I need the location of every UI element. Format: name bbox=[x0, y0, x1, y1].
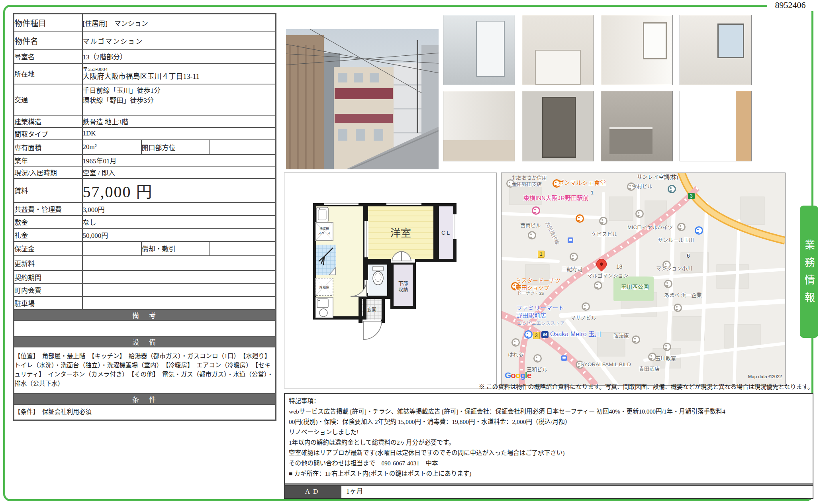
table-row: 交通 千日前線「玉川」徒歩1分 環状線「野田」徒歩3分 bbox=[14, 84, 276, 115]
table-row: 契約期間 bbox=[14, 271, 276, 284]
note-line: ■ カギ所在：1F右上ポスト内(ポストの鍵はポストの上にあります) bbox=[289, 469, 809, 479]
row-label: 契約期間 bbox=[14, 271, 82, 284]
map-copyright: Map data ©2022 bbox=[748, 374, 782, 379]
row-label: 交通 bbox=[14, 84, 82, 115]
map-label-park: 玉川西公園 bbox=[621, 284, 649, 291]
map-label-mister-donut: ミスタードーナツ 野田ショップ bbox=[516, 277, 564, 291]
map-label-block6: 6 bbox=[687, 253, 690, 260]
exterior-photo bbox=[286, 29, 439, 169]
row-label: 専有面積 bbox=[14, 140, 82, 155]
map-label-koboan: 弘法庵 bbox=[613, 333, 629, 339]
map-pin bbox=[668, 185, 676, 193]
map-label-shinkin: 北おおさか信用金庫野田支店 bbox=[512, 175, 550, 188]
row-value-2 bbox=[209, 241, 276, 256]
row-value: 〒553-0004 大阪府大阪市福島区玉川４丁目13-11 bbox=[82, 63, 276, 84]
map-label-kebisu: ケビスビル bbox=[592, 231, 617, 237]
map-label-metro: Osaka Metro 玉川 bbox=[550, 330, 601, 338]
row-value: 3,000円 bbox=[82, 202, 276, 216]
row-label: 現況/入居時期 bbox=[14, 166, 82, 178]
map-label-route1: 1 bbox=[591, 190, 594, 196]
map-pin bbox=[677, 223, 686, 231]
note-line: 00円(税別)・保険：保険要加入 2年契約 15,000円・消毒費：19,800… bbox=[289, 417, 809, 427]
map-pin bbox=[533, 354, 542, 363]
map-label-masano: マサノビル bbox=[570, 315, 596, 321]
map-pin bbox=[632, 335, 640, 344]
row-value-2 bbox=[209, 140, 276, 155]
traffic-line-2: 環状線「野田」徒歩3分 bbox=[83, 96, 276, 106]
map-label-block13: 13 bbox=[616, 263, 623, 271]
row-label: 保証金 bbox=[14, 241, 82, 256]
map-pin bbox=[599, 217, 607, 225]
row-value: 空室 / 即入 bbox=[82, 166, 276, 178]
map-pin bbox=[635, 210, 644, 218]
floor-plan: 洋室 CL 下部 収納 玄関 洗濯機 スペース 冷蔵庫 bbox=[284, 173, 497, 388]
transit-pin-icon bbox=[524, 330, 533, 339]
row-label: 賃料 bbox=[14, 178, 82, 202]
table-row: 所在地 〒553-0004 大阪府大阪市福島区玉川４丁目13-11 bbox=[14, 63, 276, 84]
map-label-marugo: マルゴマンション bbox=[587, 273, 629, 279]
map-pin bbox=[594, 281, 602, 290]
map-label-ponmarche: ポンマルシェ食堂 bbox=[558, 179, 606, 187]
google-logo: Google bbox=[505, 371, 531, 380]
photo-thumbnail-2 bbox=[522, 15, 594, 85]
row-label-2: 開口部方位 bbox=[141, 140, 209, 155]
row-value bbox=[82, 271, 276, 284]
table-row: 更新料 bbox=[14, 256, 276, 271]
row-label: 更新料 bbox=[14, 256, 82, 271]
table-row: 専有面積 20m² 開口部方位 bbox=[14, 140, 276, 155]
row-value bbox=[82, 284, 276, 296]
map-label-familymart-sub: コンビニエンスストア bbox=[517, 321, 565, 327]
special-notes-text: 特記事項： webサービス広告掲載 [許可]・チラシ、雑誌等掲載広告 [許可]・… bbox=[285, 394, 813, 481]
conditions-body: 【条件】 保証会社利用必須 bbox=[14, 404, 276, 420]
table-row: 築年 1965年01月 bbox=[14, 155, 276, 166]
shopping-pin-icon bbox=[695, 226, 703, 235]
ad-row: AD 1ヶ月 bbox=[285, 485, 813, 498]
fridge-label: 冷蔵庫 bbox=[319, 285, 329, 289]
stop-badge: 1 bbox=[538, 251, 545, 258]
row-label: 築年 bbox=[14, 155, 82, 166]
table-row: 賃料 57,000 円 bbox=[14, 178, 276, 202]
table-row: 現況/入居時期 空室 / 即入 bbox=[14, 166, 276, 178]
map-label-familymart: ファミリーマート 野田駅前店 bbox=[516, 304, 567, 320]
row-value: 鉄骨造 地上3階 bbox=[82, 115, 276, 127]
photo-thumbnail-4 bbox=[680, 15, 752, 85]
special-notes-box: 特記事項： webサービス広告掲載 [許可]・チラシ、雑誌等掲載広告 [許可]・… bbox=[284, 393, 813, 499]
section-header-equipment: 設 備 bbox=[14, 336, 276, 347]
row-value bbox=[82, 241, 141, 256]
row-label: 号室名 bbox=[14, 50, 82, 63]
conditions-body-row: 【条件】 保証会社利用必須 bbox=[14, 404, 276, 420]
map-label-imamura: 今村ビル bbox=[632, 183, 652, 190]
row-value: 13（2階部分） bbox=[82, 50, 276, 63]
room-label: 洋室 bbox=[390, 227, 411, 239]
table-row: 号室名 13（2階部分） bbox=[14, 50, 276, 63]
row-value: 20m² bbox=[82, 140, 141, 155]
map-label-mister-donut-sub: ドーナツ・$$ bbox=[517, 291, 544, 296]
map-label-kida: 貴田酒店 bbox=[639, 366, 660, 372]
note-line: リノベーションしました! bbox=[289, 427, 809, 437]
row-value: マルゴマンション bbox=[82, 32, 276, 50]
row-value: 1DK bbox=[82, 127, 276, 140]
photo-thumbnail-1 bbox=[443, 15, 515, 85]
floor-plan-graphic: 洋室 CL 下部 収納 玄関 洗濯機 スペース 冷蔵庫 bbox=[284, 173, 496, 388]
row-label: 所在地 bbox=[14, 63, 82, 84]
rent-value: 57,000 円 bbox=[82, 178, 276, 202]
row-label: 町内会費 bbox=[14, 284, 82, 296]
map-label-amabe: あまべ 浜一企業 bbox=[664, 292, 702, 298]
map-label-kyoshitsu: 玉川教室 bbox=[655, 355, 676, 362]
route-badge: 3 bbox=[688, 193, 695, 199]
table-row: 物件名 マルゴマンション bbox=[14, 32, 276, 50]
storage-label-2: 収納 bbox=[398, 287, 408, 293]
photo-grid bbox=[443, 15, 753, 161]
table-row: 町内会費 bbox=[14, 284, 276, 296]
train-station-icon bbox=[568, 237, 573, 243]
table-row: 共益費・管理費 3,000円 bbox=[14, 202, 276, 216]
equipment-body-row: 【位置】 角部屋・最上階 【キッチン】 給湯器（都市ガス）・ガスコンロ（1口） … bbox=[14, 347, 276, 394]
property-sheet: 8952406 業務情報 物件種目 [住居用] マンション 物件名 マルゴマンシ… bbox=[0, 0, 819, 504]
row-label: 敷金 bbox=[14, 216, 82, 228]
row-value: 1965年01月 bbox=[82, 155, 276, 166]
row-label: 駐車場 bbox=[14, 296, 82, 310]
address: 大阪府大阪市福島区玉川４丁目13-11 bbox=[83, 72, 276, 81]
train-station-icon bbox=[561, 355, 567, 361]
map-pin bbox=[582, 302, 590, 311]
exterior-photo-graphic bbox=[286, 29, 439, 169]
